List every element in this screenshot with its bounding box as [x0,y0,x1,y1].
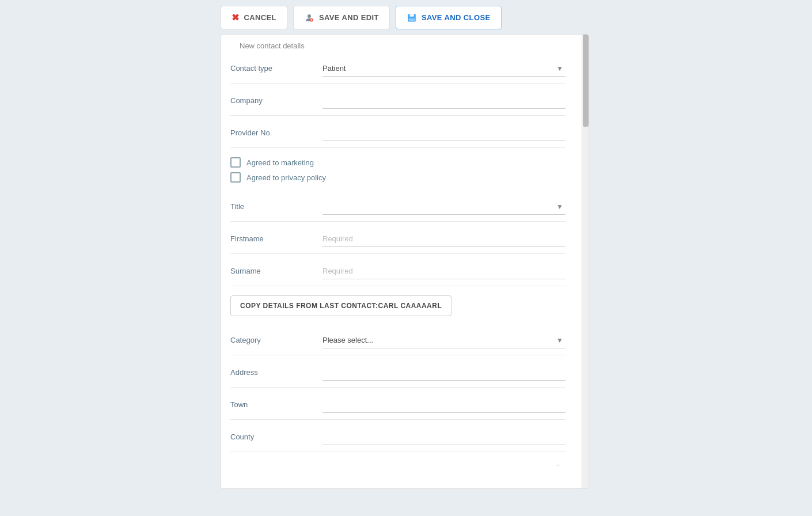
agreed-marketing-label: Agreed to marketing [246,158,314,167]
firstname-label: Firstname [230,234,322,243]
scrollbar[interactable] [582,35,589,488]
checkboxes-row: Agreed to marketing Agreed to privacy po… [230,153,566,189]
contact-type-row: Contact type Patient Staff Organisation … [230,56,566,84]
postcode-input[interactable] [322,461,554,465]
category-select[interactable]: Please select... General VIP [322,332,566,348]
category-control: Please select... General VIP ▼ [322,332,566,348]
surname-row: Surname [230,259,566,286]
contact-type-control: Patient Staff Organisation ▼ [322,60,566,77]
title-row: Title Mr Mrs Ms Dr Prof ▼ [230,194,566,222]
company-label: Company [230,96,322,105]
save-and-edit-button[interactable]: SAVE AND EDIT [293,6,390,29]
copy-details-row: COPY DETAILS FROM LAST CONTACT:CARL CAAA… [230,291,566,323]
agreed-privacy-row[interactable]: Agreed to privacy policy [230,172,326,183]
county-row: County [230,424,566,452]
company-input[interactable] [322,93,566,109]
provider-no-control [322,125,566,141]
address-input[interactable] [322,365,566,381]
surname-label: Surname [230,267,322,275]
provider-no-row: Provider No. [230,120,566,148]
town-label: Town [230,400,322,409]
company-row: Company [230,88,566,116]
checkbox-group: Agreed to marketing Agreed to privacy po… [230,153,326,187]
category-row: Category Please select... General VIP ▼ [230,328,566,355]
svg-rect-5 [411,14,412,16]
category-label: Category [230,336,322,344]
svg-point-0 [308,14,311,18]
provider-no-label: Provider No. [230,128,322,137]
contact-type-label: Contact type [230,64,322,73]
town-row: Town [230,392,566,420]
svg-rect-4 [409,18,415,21]
title-select[interactable]: Mr Mrs Ms Dr Prof [322,199,566,215]
firstname-row: Firstname [230,226,566,254]
form-title: New contact details [230,35,566,50]
postcode-label: Postcode [230,465,322,466]
save-and-close-button[interactable]: SAVE AND CLOSE [396,6,502,29]
county-label: County [230,432,322,441]
firstname-input[interactable] [322,231,566,247]
address-label: Address [230,368,322,377]
address-row: Address [230,360,566,388]
company-control [322,93,566,109]
title-label: Title [230,202,322,211]
save-close-label: SAVE AND CLOSE [422,13,491,22]
agreed-marketing-checkbox[interactable] [230,157,241,168]
agreed-privacy-label: Agreed to privacy policy [246,173,326,182]
svg-rect-3 [409,14,414,17]
contact-type-select[interactable]: Patient Staff Organisation [322,60,566,77]
firstname-control [322,231,566,247]
surname-input[interactable] [322,263,566,279]
town-control [322,397,566,413]
cancel-icon: ✖ [232,12,239,23]
provider-no-input[interactable] [322,125,566,141]
surname-control [322,263,566,279]
copy-details-button[interactable]: COPY DETAILS FROM LAST CONTACT:CARL CAAA… [230,295,451,316]
form-content: New contact details Contact type Patient… [221,35,589,465]
toolbar: ✖ CANCEL SAVE AND EDIT [221,6,502,29]
address-control [322,365,566,381]
town-input[interactable] [322,397,566,413]
save-edit-label: SAVE AND EDIT [319,13,379,22]
postcode-row: Postcode 🔍 [230,457,566,465]
postcode-control: 🔍 [322,461,566,465]
county-input[interactable] [322,429,566,445]
form-panel: New contact details Contact type Patient… [221,34,589,489]
agreed-marketing-row[interactable]: Agreed to marketing [230,157,326,168]
title-control: Mr Mrs Ms Dr Prof ▼ [322,199,566,215]
cancel-button[interactable]: ✖ CANCEL [221,6,287,29]
save-close-icon [407,13,417,23]
cancel-label: CANCEL [244,13,276,22]
agreed-privacy-checkbox[interactable] [230,172,241,183]
scrollbar-thumb[interactable] [583,35,589,127]
save-edit-icon [304,13,314,23]
county-control [322,429,566,445]
postcode-search-icon[interactable]: 🔍 [554,464,566,466]
